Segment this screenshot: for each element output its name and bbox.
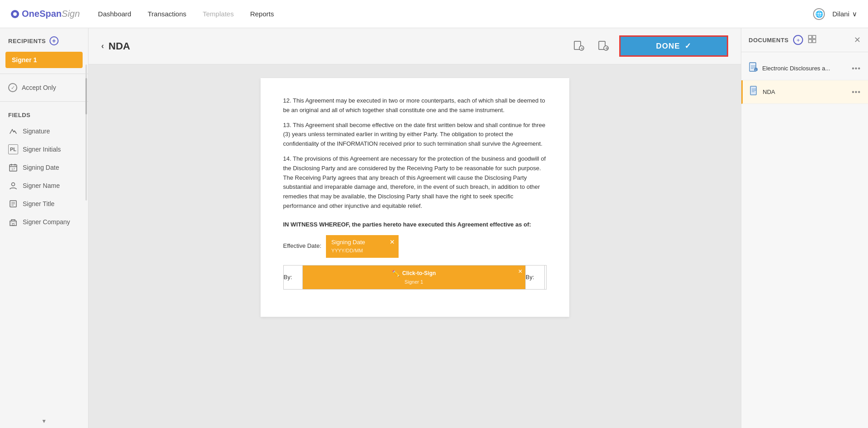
add-recipient-button[interactable]: + (49, 36, 59, 45)
signer-company-label: Signer Company (23, 218, 70, 226)
nav-reports[interactable]: Reports (250, 10, 274, 18)
sig-cell-right (544, 265, 546, 289)
nav-transactions[interactable]: Transactions (148, 10, 186, 18)
logo-circle-icon (11, 10, 19, 18)
grid-view-button[interactable] (808, 34, 817, 45)
fields-title: FIELDS (0, 107, 88, 122)
svg-text:+: + (755, 69, 757, 71)
by-label-right: By: (525, 265, 544, 289)
page-header: ‹ NDA ⊕ ⊕ (89, 28, 741, 64)
top-navigation: OneSpanSign Dashboard Transactions Templ… (0, 0, 868, 28)
doc-file-icon-nda (750, 86, 758, 98)
panel-title-area: DOCUMENTS + (749, 34, 817, 45)
doc-item-electronic[interactable]: + Electronic Disclosures a... ••• (741, 57, 868, 80)
click-to-sign-label: Click-to-Sign (402, 269, 436, 278)
user-name: Dilani (832, 10, 849, 18)
svg-rect-23 (813, 39, 816, 43)
panel-header: DOCUMENTS + ✕ (741, 28, 868, 52)
field-signer-name[interactable]: Signer Name (0, 177, 88, 195)
svg-text:17: 17 (11, 167, 15, 171)
field-signature[interactable]: Signature (0, 122, 88, 140)
paragraph-14: 14. The provisions of this Agreement are… (283, 154, 547, 211)
add-document-button[interactable]: + (793, 35, 803, 45)
effective-date-label: Effective Date: (283, 241, 321, 251)
center-content: ‹ NDA ⊕ ⊕ (89, 28, 741, 428)
scroll-down-icon: ▼ (41, 418, 47, 424)
signing-date-label-text: Signing Date (331, 238, 393, 247)
signing-date-field[interactable]: ✕ Signing Date YYYY/DD/MM (326, 235, 399, 258)
title-icon (8, 199, 18, 209)
document-page: 12. This Agreement may be executed in tw… (261, 78, 569, 317)
field-signer-initials[interactable]: PL Signer Initials (0, 140, 88, 158)
sig-close-icon[interactable]: ✕ (518, 267, 523, 276)
click-to-sign-box[interactable]: ✕ ✏️ Click-to-Sign Signer 1 (303, 266, 525, 289)
initials-icon: PL (8, 144, 18, 154)
signing-date-label: Signing Date (23, 164, 59, 171)
main-layout: RECIPIENTS + Signer 1 ✓ Accept Only FIEL… (0, 28, 868, 428)
signature-table: By: ✕ ✏️ Click-to-Sign Signer 1 (283, 265, 547, 290)
nav-links: Dashboard Transactions Templates Reports (98, 10, 814, 18)
witness-text: IN WITNESS WHEREOF, the parties hereto h… (283, 220, 547, 230)
effective-date-row: Effective Date: ✕ Signing Date YYYY/DD/M… (283, 235, 547, 258)
signer-name-label: Signer Name (23, 182, 60, 189)
signer-title-label: Signer Title (23, 200, 54, 207)
left-sidebar: RECIPIENTS + Signer 1 ✓ Accept Only FIEL… (0, 28, 89, 428)
paragraph-13: 13. This Agreement shall become effectiv… (283, 121, 547, 149)
close-panel-button[interactable]: ✕ (854, 35, 861, 45)
pen-icon: ✏️ (392, 268, 399, 278)
page-title-area: ‹ NDA (101, 40, 130, 52)
svg-text:⊕: ⊕ (581, 47, 583, 50)
page-title: NDA (108, 40, 130, 52)
doc-file-icon-electronic: + (749, 62, 758, 74)
check-circle-icon: ✓ (8, 83, 17, 92)
para14a-text: 14. The provisions of this Agreement are… (283, 155, 546, 162)
sidebar-divider2 (0, 101, 88, 102)
panel-title: DOCUMENTS (749, 37, 789, 44)
paragraph-12: 12. This Agreement may be executed in tw… (283, 96, 547, 115)
field-signer-title[interactable]: Signer Title (0, 195, 88, 213)
done-label: DONE (656, 42, 680, 51)
right-panel: DOCUMENTS + ✕ (741, 28, 868, 428)
signer1-sub-label: Signer 1 (404, 278, 423, 286)
done-checkmark: ✓ (685, 41, 691, 51)
sig-inner: ✏️ Click-to-Sign (392, 268, 436, 278)
nav-right: 🌐 Dilani ∨ (813, 8, 857, 20)
doc-preview-icon[interactable]: ⊕ (595, 38, 612, 55)
logo[interactable]: OneSpanSign (11, 9, 80, 19)
doc-name-nda: NDA (763, 89, 847, 95)
done-button[interactable]: DONE ✓ (619, 35, 728, 57)
recipients-title: RECIPIENTS (8, 38, 46, 44)
user-menu[interactable]: Dilani ∨ (832, 10, 857, 18)
document-area: 12. This Agreement may be executed in tw… (89, 64, 741, 428)
click-to-sign-cell[interactable]: ✕ ✏️ Click-to-Sign Signer 1 (302, 265, 525, 289)
para12-text: 12. This Agreement may be executed in tw… (283, 97, 545, 113)
signature-icon (8, 126, 18, 136)
back-button[interactable]: ‹ (101, 41, 104, 51)
doc-name-electronic: Electronic Disclosures a... (762, 65, 847, 72)
accept-only-row[interactable]: ✓ Accept Only (0, 79, 88, 96)
sidebar-scroll-thumb (85, 78, 87, 114)
svg-point-5 (12, 183, 15, 186)
signing-date-placeholder: YYYY/DD/MM (331, 247, 393, 255)
doc-item-nda[interactable]: NDA ••• (741, 80, 868, 104)
svg-rect-22 (809, 39, 812, 43)
nav-dashboard[interactable]: Dashboard (98, 10, 131, 18)
doc-settings-icon[interactable]: ⊕ (570, 38, 587, 55)
logo-text: OneSpanSign (22, 9, 80, 19)
svg-rect-21 (813, 35, 816, 39)
field-signer-company[interactable]: Signer Company (0, 213, 88, 231)
doc-menu-electronic[interactable]: ••• (852, 64, 861, 73)
company-icon (8, 217, 18, 227)
chevron-down-icon: ∨ (852, 10, 857, 18)
signature-label: Signature (23, 128, 50, 135)
signing-date-close-icon[interactable]: ✕ (390, 237, 395, 247)
doc-menu-nda[interactable]: ••• (852, 88, 861, 96)
nav-templates[interactable]: Templates (203, 10, 234, 18)
accept-only-label: Accept Only (22, 84, 56, 91)
globe-icon[interactable]: 🌐 (813, 8, 825, 20)
by-label-left: By: (283, 265, 302, 289)
signer1-item[interactable]: Signer 1 (5, 52, 83, 68)
recipients-section: RECIPIENTS + (0, 36, 88, 50)
field-signing-date[interactable]: 17 Signing Date (0, 158, 88, 177)
svg-rect-20 (809, 35, 812, 39)
